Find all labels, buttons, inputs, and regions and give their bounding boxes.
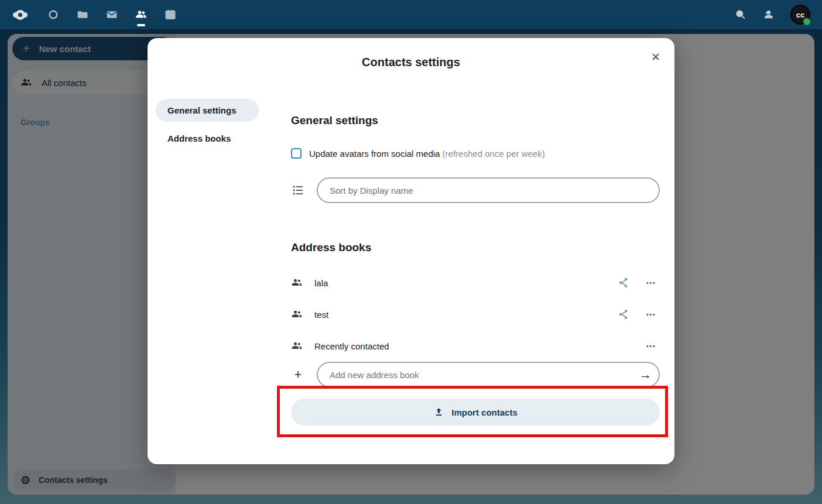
address-book-icon (291, 308, 303, 320)
address-book-icon (291, 277, 303, 289)
active-app-indicator (137, 24, 145, 26)
contacts-app-icon[interactable] (135, 9, 147, 20)
more-actions-icon[interactable]: ••• (642, 342, 660, 349)
topbar: cc (0, 0, 822, 29)
update-avatars-checkbox[interactable] (291, 148, 302, 159)
address-books-heading: Address books (291, 241, 371, 254)
update-avatars-row: Update avatars from social media (refres… (291, 147, 545, 160)
checkbox-hint-text: (refreshed once per week) (443, 149, 545, 159)
sort-select[interactable]: Sort by Display name (317, 177, 660, 203)
topbar-right: cc (734, 5, 810, 25)
nextcloud-logo-icon[interactable] (13, 10, 28, 20)
address-book-name: test (314, 310, 605, 320)
mail-app-icon[interactable] (106, 9, 118, 20)
tab-address-books[interactable]: Address books (156, 127, 259, 150)
screen: cc + New contact All contacts Groups ⚙ C… (0, 0, 822, 504)
avatar-initials: cc (796, 11, 804, 19)
add-address-book-row: + → (291, 362, 660, 388)
checkbox-label-text: Update avatars from social media (309, 149, 440, 159)
add-address-book-input[interactable] (317, 362, 660, 388)
sort-contacts-row: Sort by Display name (291, 177, 660, 203)
update-avatars-label[interactable]: Update avatars from social media (refres… (309, 149, 545, 159)
address-book-row: lala ••• (291, 269, 660, 296)
general-settings-heading: General settings (291, 114, 378, 127)
files-app-icon[interactable] (77, 9, 88, 20)
address-book-name: Recently contacted (314, 341, 631, 351)
online-status-dot (803, 18, 810, 25)
submit-arrow-icon[interactable]: → (639, 368, 652, 382)
more-actions-icon[interactable]: ••• (642, 279, 660, 286)
close-icon[interactable]: ✕ (645, 46, 666, 67)
avatar[interactable]: cc (790, 5, 810, 25)
contacts-menu-icon[interactable] (762, 8, 775, 21)
share-icon[interactable] (616, 277, 631, 289)
address-book-row: Recently contacted ••• (291, 332, 660, 359)
dashboard-app-icon[interactable] (47, 9, 59, 20)
calendar-app-icon[interactable] (165, 9, 176, 20)
highlight-annotation-rectangle (277, 386, 668, 437)
address-book-icon (291, 340, 303, 352)
app-launcher (47, 9, 176, 20)
address-book-name: lala (314, 278, 605, 288)
list-sort-icon (291, 184, 305, 197)
dialog-title: Contacts settings (148, 56, 674, 69)
address-book-row: test ••• (291, 301, 660, 328)
tab-general-settings[interactable]: General settings (156, 99, 259, 122)
more-actions-icon[interactable]: ••• (642, 311, 660, 318)
share-icon[interactable] (616, 308, 631, 320)
logo-circle-center (15, 10, 25, 20)
plus-icon: + (291, 368, 305, 381)
search-icon[interactable] (734, 8, 747, 21)
